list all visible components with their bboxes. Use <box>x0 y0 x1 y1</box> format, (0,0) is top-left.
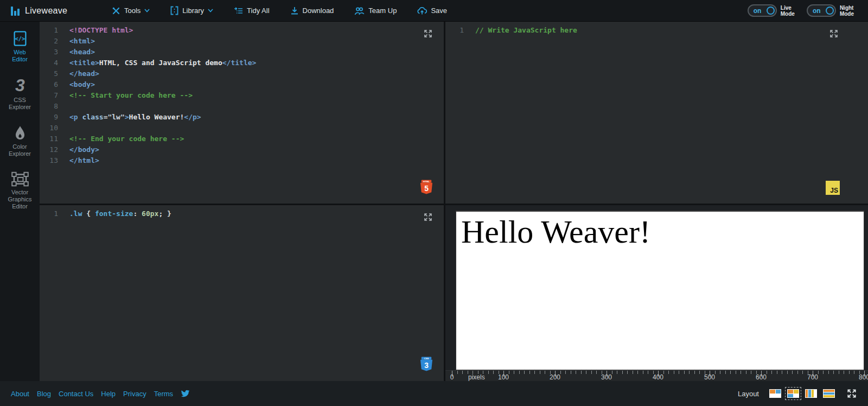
line-number: 4 <box>40 58 65 68</box>
ruler-tick <box>715 371 716 374</box>
expand-icon[interactable] <box>423 212 433 222</box>
menu-item-save[interactable]: Save <box>417 7 447 15</box>
menu-item-team-up[interactable]: Team Up <box>354 7 397 15</box>
line-number: 1 <box>40 208 65 219</box>
code-line[interactable]: 9<p class="lw">Hello Weaver!</p> <box>40 112 444 123</box>
menu-label: Tidy All <box>247 7 269 15</box>
css-editor-panel[interactable]: 1.lw { font-size: 60px; } CSS3 <box>40 205 444 381</box>
line-number: 2 <box>40 36 65 47</box>
editor-panels: 1<!DOCTYPE html>2<html>3<head>4<title>HT… <box>40 22 868 381</box>
js-code-area[interactable]: 1// Write JavaScript here <box>445 25 868 36</box>
sidebar-item-vector-editor[interactable]: Vector Graphics Editor <box>8 172 31 210</box>
ruler-tick-label: 400 <box>653 373 663 381</box>
ruler-tick <box>818 371 819 374</box>
code-line[interactable]: 2<html> <box>40 36 444 47</box>
chevron-down-icon <box>144 9 150 12</box>
ruler-tick <box>668 371 669 374</box>
expand-icon[interactable] <box>423 29 433 39</box>
line-number: 3 <box>40 47 65 58</box>
menu-item-download[interactable]: Download <box>290 7 334 15</box>
save-icon <box>417 7 427 15</box>
sidebar-item-color-explorer[interactable]: Color Explorer <box>9 125 31 157</box>
chevron-down-icon <box>208 9 213 12</box>
html-editor-panel[interactable]: 1<!DOCTYPE html>2<html>3<head>4<title>HT… <box>40 22 444 204</box>
line-number: 6 <box>40 79 65 90</box>
code-line[interactable]: 3<head> <box>40 47 444 58</box>
layout-option-columns-icon[interactable] <box>805 389 817 398</box>
code-line[interactable]: 12</body> <box>40 144 444 155</box>
pixel-ruler: 0100200300400500600700800pixels <box>445 370 868 381</box>
code-line[interactable]: 1.lw { font-size: 60px; } <box>40 208 444 219</box>
ruler-tick-label: 300 <box>601 373 612 381</box>
menu-item-library[interactable]: Library <box>170 6 213 15</box>
ruler-tick <box>679 371 679 374</box>
ruler-tick <box>746 371 746 374</box>
code-line[interactable]: 7<!-- Start your code here --> <box>40 90 444 101</box>
ruler-tick <box>725 371 726 374</box>
css-explorer-icon: 3 <box>12 77 28 94</box>
footer-link-privacy[interactable]: Privacy <box>123 390 146 398</box>
code-line[interactable]: 1// Write JavaScript here <box>445 25 868 36</box>
toggle-state: on <box>754 7 762 15</box>
layout-option-quad-icon[interactable] <box>787 389 799 398</box>
js-editor-panel[interactable]: 1// Write JavaScript here JS <box>445 22 868 204</box>
sidebar-item-web-editor[interactable]: </> Web Editor <box>12 30 28 63</box>
code-line[interactable]: 10 <box>40 123 444 134</box>
color-explorer-icon <box>12 125 28 141</box>
preview-content: Hello Weaver! <box>456 211 864 370</box>
ruler-tick <box>617 371 617 374</box>
ruler-tick <box>694 371 695 374</box>
ruler-tick <box>586 371 586 374</box>
menu-item-tools[interactable]: Tools <box>112 7 150 15</box>
live-mode-toggle[interactable]: on Live Mode <box>748 4 795 17</box>
sidebar-item-css-explorer[interactable]: 3 CSS Explorer <box>9 77 31 111</box>
toggle-state: on <box>813 7 821 15</box>
layout-option-rows-icon[interactable] <box>823 389 835 398</box>
svg-text:3: 3 <box>15 77 25 94</box>
ruler-tick <box>792 371 793 374</box>
ruler-tick <box>545 371 545 374</box>
night-mode-switch[interactable]: on <box>807 4 836 17</box>
fullscreen-icon[interactable] <box>846 388 857 399</box>
ruler-tick <box>771 371 772 374</box>
code-line[interactable]: 6<body> <box>40 79 444 90</box>
ruler-tick-label: 600 <box>756 373 767 381</box>
code-line[interactable]: 11<!-- End your code here --> <box>40 134 444 144</box>
code-line[interactable]: 5</head> <box>40 68 444 79</box>
footer-link-help[interactable]: Help <box>101 390 116 398</box>
code-line[interactable]: 1<!DOCTYPE html> <box>40 25 444 36</box>
live-mode-switch[interactable]: on <box>748 4 777 17</box>
ruler-tick <box>637 371 638 374</box>
layout-option-top-split-icon[interactable] <box>769 389 781 398</box>
ruler-tick <box>560 371 561 374</box>
ruler-tick <box>839 371 839 374</box>
mode-toggles: on Live Mode on Night Mode <box>748 4 868 17</box>
html-code-area[interactable]: 1<!DOCTYPE html>2<html>3<head>4<title>HT… <box>40 25 444 166</box>
footer-link-about[interactable]: About <box>11 390 29 398</box>
ruler-tick <box>565 371 566 374</box>
ruler-tick <box>797 371 798 374</box>
menu-item-tidy-all[interactable]: Tidy All <box>234 7 269 15</box>
menu-label: Team Up <box>368 7 397 15</box>
sidebar-item-label: Vector Graphics Editor <box>8 189 31 210</box>
ruler-tick <box>488 371 489 374</box>
ruler-tick-label: 100 <box>498 373 509 381</box>
brand[interactable]: Liveweave <box>0 6 87 16</box>
ruler-tick-label: 500 <box>704 373 715 381</box>
code-line[interactable]: 13</html> <box>40 155 444 166</box>
svg-text:5: 5 <box>424 184 429 193</box>
code-line[interactable]: 4<title>HTML, CSS and JavaScript demo</t… <box>40 58 444 68</box>
night-mode-toggle[interactable]: on Night Mode <box>807 4 854 17</box>
sidebar-item-label: Web Editor <box>12 49 28 63</box>
css-code-area[interactable]: 1.lw { font-size: 60px; } <box>40 208 444 219</box>
footer-link-contact[interactable]: Contact Us <box>59 390 93 398</box>
web-editor-icon: </> <box>12 30 28 47</box>
ruler-tick <box>534 371 535 374</box>
ruler-tick <box>663 371 664 374</box>
ruler-tick <box>828 371 829 374</box>
footer-link-blog[interactable]: Blog <box>37 390 51 398</box>
expand-icon[interactable] <box>829 29 839 39</box>
footer-link-terms[interactable]: Terms <box>154 390 173 398</box>
twitter-icon[interactable] <box>181 390 190 398</box>
code-line[interactable]: 8 <box>40 101 444 112</box>
